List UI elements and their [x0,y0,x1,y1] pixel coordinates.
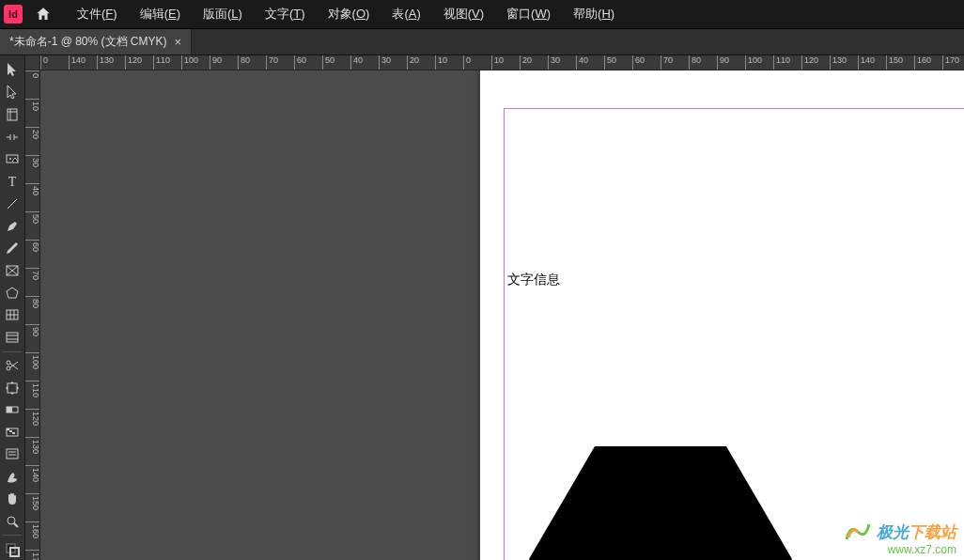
toolbar-separator-2 [3,535,22,536]
menu-help[interactable]: 帮助(H) [564,2,624,26]
ruler-tick: 0 [25,70,40,78]
ruler-tick: 140 [858,55,875,70]
svg-rect-27 [7,449,18,459]
grid-tool2-icon[interactable] [1,327,24,349]
ruler-tick: 160 [25,521,40,538]
svg-rect-22 [7,407,12,412]
svg-point-16 [7,361,10,365]
ruler-tick: 10 [491,55,504,70]
hand-tool-icon[interactable] [1,489,24,510]
svg-rect-24 [7,428,9,430]
ruler-tick: 60 [294,55,306,70]
main-area: T 01401301201101009080706050403020100102… [0,55,964,560]
canvas-area: 0140130120110100908070605040302010010203… [25,55,964,560]
svg-text:T: T [8,175,17,189]
ruler-tick: 60 [632,55,645,70]
hexagon-shape[interactable] [529,446,792,560]
ruler-tick: 80 [689,55,701,70]
menu-object[interactable]: 对象(O) [319,2,380,26]
direct-selection-tool-icon[interactable] [1,82,24,103]
menu-edit[interactable]: 编辑(E) [131,2,190,26]
free-transform-tool-icon[interactable] [1,377,24,398]
ruler-tick: 50 [25,211,40,224]
gap-tool-icon[interactable] [1,126,24,148]
ruler-tick: 130 [25,437,40,454]
color-theme-tool-icon[interactable] [1,466,24,488]
ruler-tick: 100 [745,55,762,70]
menu-layout[interactable]: 版面(L) [194,2,252,26]
svg-rect-13 [7,333,18,342]
ruler-tick: 170 [25,550,40,560]
horizontal-ruler[interactable]: 0140130120110100908070605040302010010203… [40,55,964,70]
ruler-tick: 90 [210,55,222,70]
toolbar: T [0,55,25,560]
ruler-tick: 20 [25,127,40,139]
menu-type[interactable]: 文字(T) [256,2,315,26]
ruler-tick: 110 [153,55,170,70]
scissors-tool-icon[interactable] [1,355,24,377]
type-tool-icon[interactable]: T [1,171,24,193]
svg-line-31 [14,523,18,527]
pen-tool-icon[interactable] [1,215,24,237]
svg-line-4 [8,199,17,209]
svg-rect-0 [8,109,17,120]
svg-point-30 [8,517,15,524]
ruler-tick: 70 [266,55,278,70]
menu-view[interactable]: 视图(V) [434,2,493,26]
line-tool-icon[interactable] [1,193,24,214]
svg-point-2 [9,158,11,160]
ruler-tick: 50 [604,55,616,70]
ruler-tick: 40 [576,55,588,70]
ruler-tick: 80 [25,296,40,308]
tabbar: *未命名-1 @ 80% (文档 CMYK) × [0,29,964,55]
svg-marker-34 [529,446,792,560]
document-tab[interactable]: *未命名-1 @ 80% (文档 CMYK) × [0,29,192,54]
ruler-tick: 110 [773,55,790,70]
viewport[interactable]: 文字信息 [40,70,964,560]
ruler-tick: 100 [25,352,40,369]
ruler-tick: 60 [25,240,40,252]
zoom-tool-icon[interactable] [1,511,24,533]
menu-file[interactable]: 文件(F) [68,2,127,26]
ruler-corner[interactable] [25,55,40,70]
gradient-feather-tool-icon[interactable] [1,422,24,443]
ruler-tick: 160 [914,55,931,70]
vertical-ruler[interactable]: 0102030405060708090100110120130140150160… [25,70,40,560]
ruler-tick: 130 [97,55,114,70]
ruler-tick: 150 [886,55,903,70]
note-tool-icon[interactable] [1,443,24,465]
document-tab-title: *未命名-1 @ 80% (文档 CMYK) [9,34,167,50]
ruler-tick: 30 [379,55,391,70]
ruler-tick: 150 [25,493,40,510]
svg-rect-25 [9,430,12,432]
pencil-tool-icon[interactable] [1,238,24,259]
ruler-tick: 80 [238,55,250,70]
selection-tool-icon[interactable] [1,59,24,81]
ruler-tick: 90 [717,55,729,70]
svg-rect-26 [12,432,15,434]
grid-tool-icon[interactable] [1,304,24,326]
ruler-tick: 120 [125,55,142,70]
menu-window[interactable]: 窗口(W) [497,2,560,26]
rectangle-frame-tool-icon[interactable] [1,260,24,282]
page-text[interactable]: 文字信息 [507,272,560,288]
menu-table[interactable]: 表(A) [382,2,429,26]
ruler-tick: 140 [25,465,40,482]
ruler-tick: 30 [25,155,40,167]
content-collector-icon[interactable] [1,148,24,170]
svg-rect-20 [8,383,17,393]
close-icon[interactable]: × [175,35,182,49]
ruler-tick: 130 [830,55,847,70]
toolbar-separator [3,351,22,352]
ruler-tick: 30 [548,55,560,70]
gradient-swatch-tool-icon[interactable] [1,399,24,421]
ruler-tick: 40 [350,55,363,70]
home-icon[interactable] [32,3,54,25]
page-tool-icon[interactable] [1,103,24,125]
ruler-tick: 40 [25,183,40,195]
app-icon: Id [4,5,23,23]
ruler-tick: 20 [407,55,419,70]
ruler-tick: 90 [25,324,40,336]
polygon-tool-icon[interactable] [1,282,24,303]
fill-stroke-icon[interactable] [1,538,24,560]
